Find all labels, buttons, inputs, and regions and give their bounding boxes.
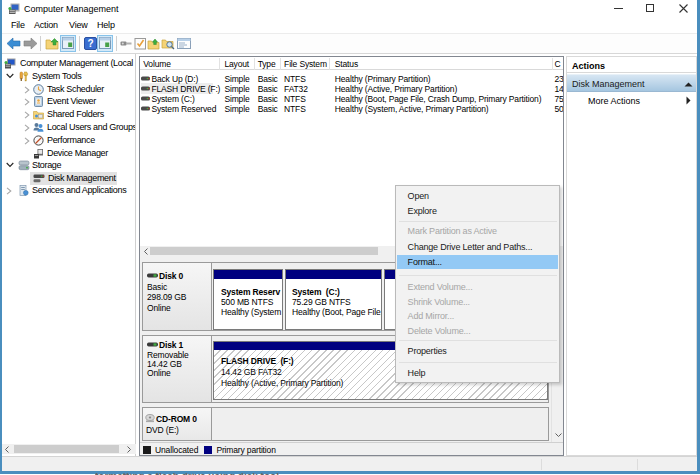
svg-text:?: ? [87,38,93,49]
